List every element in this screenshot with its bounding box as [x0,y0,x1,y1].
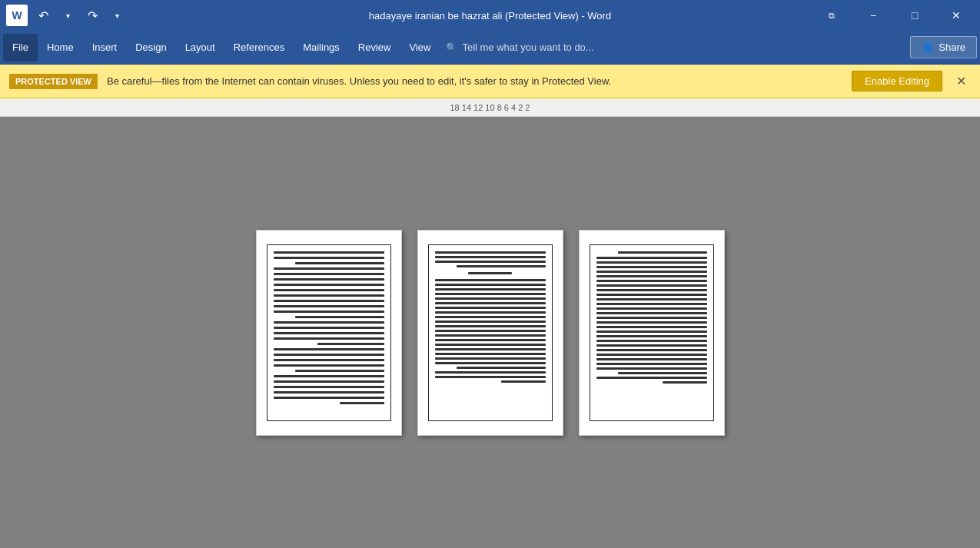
close-protected-bar-button[interactable]: ✕ [952,72,971,90]
menu-item-references[interactable]: References [224,34,294,61]
undo-dropdown[interactable]: ▾ [57,5,78,26]
restore-down-button[interactable]: ⧉ [814,3,849,28]
document-page-3 [579,230,725,436]
ruler: 18 14 12 10 8 6 4 2 2 [0,98,980,117]
word-icon: W [6,5,28,26]
protected-view-label: PROTECTED VIEW [9,74,98,89]
enable-editing-button[interactable]: Enable Editing [852,71,942,91]
menu-bar: File Home Insert Design Layout Reference… [0,31,980,65]
menu-item-review[interactable]: Review [349,34,400,61]
document-page-1 [256,230,402,436]
document-title: hadayaye iranian be hazrat ali (Protecte… [369,10,611,22]
menu-item-design[interactable]: Design [126,34,175,61]
menu-item-view[interactable]: View [400,34,440,61]
document-canvas [0,117,980,548]
maximize-button[interactable]: □ [897,3,932,28]
title-bar: W ↶ ▾ ↷ ▾ hadayaye iranian be hazrat ali… [0,0,980,31]
share-label: Share [938,42,965,53]
protected-view-message: Be careful—files from the Internet can c… [107,75,842,87]
page-3-border [590,244,714,421]
window-controls: ⧉ − □ ✕ [814,3,974,28]
page-2-border [428,244,553,421]
redo-button[interactable]: ↷ [81,5,103,26]
share-button[interactable]: 👤 Share [910,36,977,58]
quick-access-dropdown[interactable]: ▾ [106,5,128,26]
undo-redo-group: ↶ ▾ ↷ ▾ [32,5,128,26]
menu-item-insert[interactable]: Insert [83,34,127,61]
menu-item-mailings[interactable]: Mailings [294,34,349,61]
page-1-border [267,244,391,421]
menu-item-layout[interactable]: Layout [176,34,224,61]
search-placeholder: Tell me what you want to do... [462,42,593,53]
undo-button[interactable]: ↶ [32,5,54,26]
document-page-2 [417,230,563,436]
close-button[interactable]: ✕ [938,3,974,28]
menu-item-home[interactable]: Home [38,34,83,61]
ruler-content: 18 14 12 10 8 6 4 2 2 [450,103,530,112]
title-bar-left: W ↶ ▾ ↷ ▾ [6,5,128,26]
menu-item-file[interactable]: File [3,34,38,61]
share-icon: 👤 [922,42,934,53]
minimize-button[interactable]: − [855,3,891,28]
tell-me-search[interactable]: 🔍 Tell me what you want to do... [446,42,593,53]
search-icon: 🔍 [446,42,457,53]
ruler-numbers: 18 14 12 10 8 6 4 2 2 [450,103,530,112]
protected-view-bar: PROTECTED VIEW Be careful—files from the… [0,65,980,98]
